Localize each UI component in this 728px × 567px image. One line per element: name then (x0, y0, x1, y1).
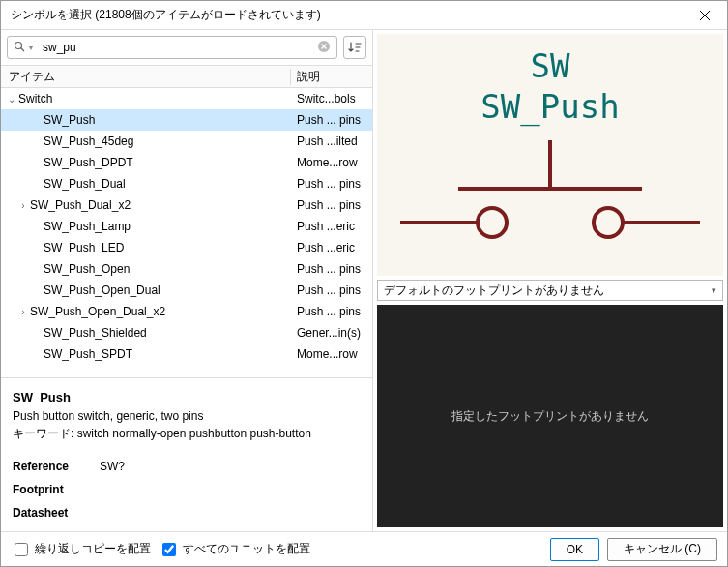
tree-item-label: SW_Push_DPDT (30, 156, 133, 169)
window-close-button[interactable] (683, 1, 727, 30)
tree-item-label: SW_Push_45deg (30, 134, 133, 148)
tree-item-label: SW_Push_Open_Dual (30, 284, 160, 297)
detail-desc: Push button switch, generic, two pins (13, 407, 361, 425)
symbol-preview[interactable]: SW SW_Push (377, 34, 723, 276)
cancel-button[interactable]: キャンセル (C) (607, 538, 717, 561)
tree-row[interactable]: SW_Push_ShieldedGener...in(s) (1, 322, 372, 343)
search-input[interactable] (39, 41, 317, 54)
preview-ref: SW (531, 46, 570, 85)
tree-row[interactable]: ›SW_Push_Dual_x2Push ... pins (1, 194, 372, 216)
tree-item-desc: Push ... pins (291, 113, 372, 127)
tree-item-desc: Push ... pins (291, 305, 372, 318)
tree-row[interactable]: SW_Push_LEDPush ...eric (1, 237, 372, 258)
tree-item-label: SW_Push_Dual_x2 (30, 198, 131, 212)
tree-item-label: SW_Push_SPDT (30, 347, 132, 361)
tree-row[interactable]: SW_Push_LampPush ...eric (1, 216, 372, 237)
tree-item-label: SW_Push_Lamp (30, 220, 131, 233)
expander-closed-icon[interactable]: › (16, 200, 30, 211)
tree-item-label: SW_Push_Shielded (30, 326, 147, 340)
tree-item-desc: Mome...row (291, 347, 372, 361)
tree-item-desc: Switc...bols (291, 92, 372, 105)
column-header-item[interactable]: アイテム (1, 69, 291, 85)
tree-item-desc: Push ... pins (291, 284, 372, 297)
tree-item-label: SW_Push_Open (30, 262, 130, 276)
tree-row[interactable]: ⌄SwitchSwitc...bols (1, 88, 372, 109)
footprint-preview[interactable]: 指定したフットプリントがありません (377, 305, 723, 527)
tree-item-label: SW_Push_Open_Dual_x2 (30, 305, 165, 318)
tree-row[interactable]: SW_Push_DualPush ... pins (1, 173, 372, 194)
svg-point-6 (594, 208, 623, 237)
tree-item-desc: Mome...row (291, 156, 372, 169)
tree-header: アイテム 説明 (1, 65, 372, 88)
tree-item-desc: Push ...ilted (291, 134, 372, 148)
footprint-dropdown-label: デフォルトのフットプリントがありません (384, 283, 604, 299)
tree-item-label: SW_Push (30, 113, 95, 127)
clear-search-icon[interactable] (317, 40, 331, 56)
tree-row[interactable]: SW_Push_SPDTMome...row (1, 343, 372, 365)
search-field-wrap[interactable]: ▾ (7, 36, 337, 59)
symbol-tree[interactable]: ⌄SwitchSwitc...bolsSW_PushPush ... pinsS… (1, 88, 372, 378)
sort-button[interactable] (343, 36, 366, 59)
expander-open-icon[interactable]: ⌄ (5, 94, 18, 104)
detail-prop-row: Datasheet (13, 504, 361, 522)
chevron-down-icon: ▾ (712, 285, 716, 295)
detail-prop-value: SW? (100, 458, 125, 475)
tree-item-desc: Push ...eric (291, 241, 372, 254)
tree-item-desc: Gener...in(s) (291, 326, 372, 340)
detail-prop-label: Datasheet (13, 504, 100, 522)
ok-button[interactable]: OK (550, 538, 599, 561)
footprint-dropdown[interactable]: デフォルトのフットプリントがありません ▾ (377, 280, 723, 301)
filter-icon (14, 41, 27, 55)
tree-row[interactable]: SW_Push_Open_DualPush ... pins (1, 280, 372, 301)
tree-item-label: Switch (18, 92, 52, 105)
all-units-checkbox[interactable]: すべてのユニットを配置 (159, 540, 310, 559)
tree-item-desc: Push ... pins (291, 177, 372, 191)
repeat-copy-checkbox[interactable]: 繰り返しコピーを配置 (11, 540, 151, 559)
details-panel: SW_Push Push button switch, generic, two… (1, 378, 372, 531)
preview-name: SW_Push (480, 87, 619, 127)
detail-prop-label: Reference (13, 458, 100, 475)
tree-item-desc: Push ... pins (291, 262, 372, 276)
sort-icon (348, 41, 362, 54)
footprint-empty-text: 指定したフットプリントがありません (451, 408, 649, 425)
tree-row[interactable]: SW_PushPush ... pins (1, 109, 372, 131)
tree-row[interactable]: SW_Push_DPDTMome...row (1, 152, 372, 173)
svg-line-1 (21, 47, 25, 51)
svg-point-0 (15, 42, 22, 48)
tree-row[interactable]: ›SW_Push_Open_Dual_x2Push ... pins (1, 301, 372, 322)
tree-item-desc: Push ... pins (291, 198, 372, 212)
tree-item-desc: Push ...eric (291, 220, 372, 233)
titlebar: シンボルを選択 (21808個のアイテムがロードされています) (1, 1, 727, 30)
tree-item-label: SW_Push_Dual (30, 177, 126, 191)
tree-item-label: SW_Push_LED (30, 241, 124, 254)
window-title: シンボルを選択 (21808個のアイテムがロードされています) (11, 7, 321, 23)
search-dropdown-icon[interactable]: ▾ (29, 44, 39, 52)
close-icon (700, 11, 710, 20)
tree-row[interactable]: SW_Push_OpenPush ... pins (1, 258, 372, 280)
detail-prop-row: Footprint (13, 481, 361, 498)
detail-prop-label: Footprint (13, 481, 100, 498)
detail-keywords: キーワード: switch normally-open pushbutton p… (13, 425, 361, 442)
column-header-desc[interactable]: 説明 (291, 69, 372, 85)
detail-prop-row: ReferenceSW? (13, 458, 361, 475)
tree-row[interactable]: SW_Push_45degPush ...ilted (1, 131, 372, 152)
svg-point-4 (478, 208, 507, 237)
detail-name: SW_Push (13, 388, 361, 407)
expander-closed-icon[interactable]: › (16, 307, 30, 317)
